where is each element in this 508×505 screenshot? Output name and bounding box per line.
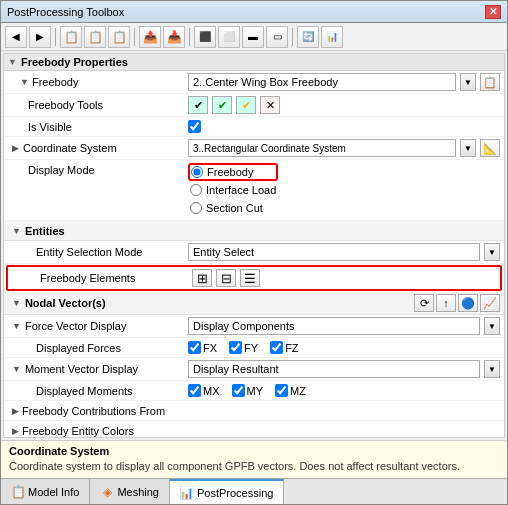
freebody-tools-row: Freebody Tools ✔ ✔ ✔ ✕: [4, 94, 504, 117]
tools-btn-1[interactable]: ✔: [188, 96, 208, 114]
tools-btn-2[interactable]: ✔: [212, 96, 232, 114]
moment-vector-expand[interactable]: ▼: [12, 364, 21, 374]
freebody-icon-btn[interactable]: 📋: [480, 73, 500, 91]
is-visible-value: [184, 118, 504, 135]
toolbar-btn-rect1[interactable]: ⬛: [194, 26, 216, 48]
tools-btn-4[interactable]: ✕: [260, 96, 280, 114]
collapse-icon[interactable]: ▼: [8, 57, 17, 67]
status-title: Coordinate System: [9, 445, 499, 457]
tab-meshing[interactable]: ◈ Meshing: [90, 479, 170, 504]
nodal-expand[interactable]: ▼: [12, 298, 21, 308]
display-mode-row: Display Mode Freebody Interface Load: [4, 160, 504, 221]
elements-btn-2[interactable]: ⊟: [216, 269, 236, 287]
freebody-text: Freebody: [32, 76, 78, 88]
radio-section[interactable]: [190, 202, 202, 214]
tab-postprocessing[interactable]: 📊 PostProcessing: [170, 479, 284, 504]
toolbar-sep-2: [134, 28, 135, 46]
toolbar-btn-copy2[interactable]: 📋: [84, 26, 106, 48]
toolbar-btn-fwd[interactable]: ▶: [29, 26, 51, 48]
entity-selection-value: Entity Select ▼: [184, 241, 504, 263]
freebody-dropdown-val[interactable]: 2..Center Wing Box Freebody: [188, 73, 456, 91]
elements-btn-1[interactable]: ⊞: [192, 269, 212, 287]
radio-interface-label: Interface Load: [206, 184, 276, 196]
status-text: Coordinate system to display all compone…: [9, 459, 499, 474]
force-vector-expand[interactable]: ▼: [12, 321, 21, 331]
force-vector-label: Force Vector Display: [25, 320, 126, 332]
entity-colors-text: Freebody Entity Colors: [22, 425, 134, 437]
mz-label: MZ: [290, 385, 306, 397]
coordinate-system-arrow[interactable]: ▼: [460, 139, 476, 157]
elements-btn-3[interactable]: ☰: [240, 269, 260, 287]
toolbar-btn-shape[interactable]: ▭: [266, 26, 288, 48]
fz-check-group: FZ: [270, 341, 298, 354]
window-title: PostProcessing Toolbox: [7, 6, 124, 18]
entities-expand[interactable]: ▼: [12, 226, 21, 236]
toolbar-sep-3: [189, 28, 190, 46]
displayed-forces-label: Displayed Forces: [4, 340, 184, 356]
is-visible-checkbox[interactable]: [188, 120, 201, 133]
is-visible-row: Is Visible: [4, 117, 504, 137]
mx-checkbox[interactable]: [188, 384, 201, 397]
nodal-vectors-label: Nodal Vector(s): [25, 297, 106, 309]
coord-expand[interactable]: ▶: [12, 143, 19, 153]
toolbar-btn-copy1[interactable]: 📋: [60, 26, 82, 48]
toolbar-btn-back[interactable]: ◀: [5, 26, 27, 48]
toolbar-btn-refresh[interactable]: 🔄: [297, 26, 319, 48]
contributions-expand[interactable]: ▶: [12, 406, 19, 416]
moment-vector-arrow[interactable]: ▼: [484, 360, 500, 378]
freebody-row: ▼ Freebody 2..Center Wing Box Freebody ▼…: [4, 71, 504, 94]
toolbar-sep-4: [292, 28, 293, 46]
fz-checkbox[interactable]: [270, 341, 283, 354]
tab-model-info[interactable]: 📋 Model Info: [1, 479, 90, 504]
radio-freebody-label: Freebody: [207, 166, 253, 178]
freebody-dropdown-arrow[interactable]: ▼: [460, 73, 476, 91]
title-bar: PostProcessing Toolbox ✕: [1, 1, 507, 23]
entity-selection-arrow[interactable]: ▼: [484, 243, 500, 261]
radio-section-item: Section Cut: [188, 199, 278, 217]
freebody-contributions-row: ▶ Freebody Contributions From: [4, 401, 504, 421]
toolbar-sep-1: [55, 28, 56, 46]
coordinate-system-dropdown[interactable]: 3..Rectangular Coordinate System: [188, 139, 456, 157]
freebody-tools-label: Freebody Tools: [4, 97, 184, 113]
contributions-text: Freebody Contributions From: [22, 405, 165, 417]
force-vector-dropdown[interactable]: Display Components: [188, 317, 480, 335]
moment-vector-label: Moment Vector Display: [25, 363, 138, 375]
toolbar-btn-chart[interactable]: 📊: [321, 26, 343, 48]
freebody-expand[interactable]: ▼: [20, 77, 29, 87]
toolbar-btn-upload[interactable]: 📤: [139, 26, 161, 48]
freebody-tools-value: ✔ ✔ ✔ ✕: [184, 94, 504, 116]
nodal-btn-1[interactable]: ⟳: [414, 294, 434, 312]
radio-freebody[interactable]: [191, 166, 203, 178]
fx-checkbox[interactable]: [188, 341, 201, 354]
entity-selection-row: Entity Selection Mode Entity Select ▼: [4, 241, 504, 264]
is-visible-label: Is Visible: [4, 119, 184, 135]
tools-btn-3[interactable]: ✔: [236, 96, 256, 114]
fz-label: FZ: [285, 342, 298, 354]
freebody-properties-label: Freebody Properties: [21, 56, 128, 68]
my-checkbox[interactable]: [232, 384, 245, 397]
coordinate-system-icon[interactable]: 📐: [480, 139, 500, 157]
fy-checkbox[interactable]: [229, 341, 242, 354]
main-window: PostProcessing Toolbox ✕ ◀ ▶ 📋 📋 📋 📤 📥 ⬛…: [0, 0, 508, 505]
toolbar-btn-line[interactable]: ▬: [242, 26, 264, 48]
radio-section-label: Section Cut: [206, 202, 263, 214]
properties-tree: ▼ Freebody Properties ▼ Freebody 2..Cent…: [3, 53, 505, 438]
entity-colors-row: ▶ Freebody Entity Colors: [4, 421, 504, 438]
radio-interface[interactable]: [190, 184, 202, 196]
entity-colors-expand[interactable]: ▶: [12, 426, 19, 436]
moment-vector-dropdown[interactable]: Display Resultant: [188, 360, 480, 378]
force-vector-arrow[interactable]: ▼: [484, 317, 500, 335]
moment-vector-row: ▼ Moment Vector Display Display Resultan…: [4, 358, 504, 381]
nodal-btn-3[interactable]: 🔵: [458, 294, 478, 312]
toolbar-btn-download[interactable]: 📥: [163, 26, 185, 48]
toolbar-btn-rect2[interactable]: ⬜: [218, 26, 240, 48]
displayed-moments-value: MX MY MZ: [184, 382, 504, 399]
nodal-btn-4[interactable]: 📈: [480, 294, 500, 312]
nodal-vectors-buttons: ⟳ ↑ 🔵 📈: [414, 294, 500, 312]
close-button[interactable]: ✕: [485, 5, 501, 19]
content-area: ▼ Freebody Properties ▼ Freebody 2..Cent…: [1, 51, 507, 504]
toolbar-btn-copy3[interactable]: 📋: [108, 26, 130, 48]
mz-checkbox[interactable]: [275, 384, 288, 397]
entity-selection-dropdown[interactable]: Entity Select: [188, 243, 480, 261]
nodal-btn-2[interactable]: ↑: [436, 294, 456, 312]
